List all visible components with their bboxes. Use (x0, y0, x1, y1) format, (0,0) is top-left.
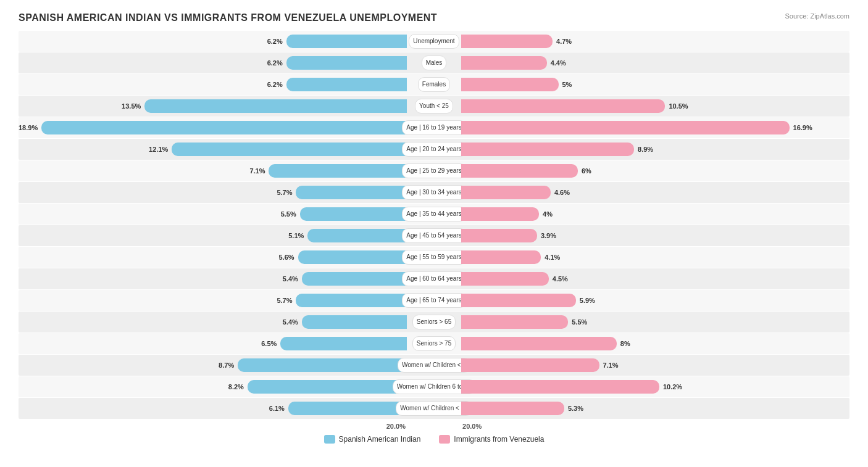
legend-label-left: Spanish American Indian (339, 435, 421, 444)
right-value-label: 5.9% (580, 297, 598, 304)
right-value-label: 4.7% (556, 38, 575, 45)
left-value-label: 5.4% (280, 275, 298, 283)
left-value-label: 6.2% (264, 81, 283, 88)
legend: Spanish American Indian Immigrants from … (19, 435, 849, 444)
center-label: Seniors > 65 (412, 315, 456, 329)
right-bar (461, 56, 546, 70)
chart-row: 5.6%Age | 55 to 59 years4.1% (19, 247, 849, 268)
chart-row: 5.1%Age | 45 to 54 years3.9% (19, 225, 849, 246)
right-bar (461, 315, 568, 329)
legend-box-right (439, 435, 450, 444)
left-value-label: 6.2% (264, 38, 283, 45)
right-bar (461, 35, 553, 48)
chart-row: 8.7%Women w/ Children < 67.1% (19, 355, 849, 376)
right-bar (461, 250, 541, 264)
left-value-label: 5.5% (278, 210, 296, 218)
left-bar (269, 164, 406, 178)
right-bar (461, 164, 578, 178)
left-bar (302, 272, 407, 286)
center-label: Age | 60 to 64 years (402, 271, 465, 286)
left-bar (286, 78, 407, 91)
left-value-label: 5.4% (280, 318, 298, 326)
chart-row: 12.1%Age | 20 to 24 years8.9% (19, 139, 849, 160)
right-value-label: 8.9% (638, 146, 656, 153)
center-label: Unemployment (409, 34, 459, 49)
right-bar (461, 78, 558, 91)
center-label: Youth < 25 (415, 99, 453, 114)
right-value-label: 3.9% (541, 232, 559, 239)
center-label: Females (418, 77, 450, 92)
chart-container: SPANISH AMERICAN INDIAN VS IMMIGRANTS FR… (0, 0, 868, 456)
right-value-label: 16.9% (793, 124, 812, 131)
left-value-label: 18.9% (19, 124, 38, 131)
left-bar (286, 35, 407, 48)
left-value-label: 7.1% (246, 167, 265, 175)
right-value-label: 4.5% (553, 275, 571, 283)
left-value-label: 13.5% (122, 102, 141, 110)
left-bar (307, 229, 406, 242)
right-bar (461, 207, 539, 221)
left-value-label: 6.1% (266, 405, 285, 412)
chart-row: 6.2%Unemployment4.7% (19, 31, 849, 52)
center-label: Age | 35 to 44 years (402, 207, 465, 221)
right-value-label: 5.3% (568, 405, 586, 412)
left-value-label: 6.2% (264, 59, 283, 67)
right-value-label: 6% (582, 167, 600, 175)
chart-row: 5.7%Age | 65 to 74 years5.9% (19, 290, 849, 311)
right-value-label: 5.5% (572, 318, 590, 326)
right-value-label: 4.4% (551, 59, 569, 67)
center-label: Age | 25 to 29 years (402, 163, 465, 178)
left-value-label: 5.6% (276, 254, 294, 261)
source-text: Source: ZipAtlas.com (785, 12, 849, 20)
chart-row: 5.5%Age | 35 to 44 years4% (19, 204, 849, 225)
left-bar (248, 380, 407, 394)
center-label: Age | 65 to 74 years (402, 293, 465, 308)
left-bar (298, 250, 407, 264)
chart-row: 6.5%Seniors > 758% (19, 333, 849, 354)
left-bar (41, 121, 407, 134)
right-value-label: 4% (543, 210, 561, 218)
right-bar (461, 294, 575, 307)
left-bar (288, 402, 407, 415)
left-bar (296, 294, 406, 307)
right-bar (461, 229, 537, 242)
left-value-label: 12.1% (149, 146, 168, 153)
center-label: Age | 55 to 59 years (402, 250, 465, 265)
legend-item-left: Spanish American Indian (324, 435, 421, 444)
chart-row: 6.1%Women w/ Children < 185.3% (19, 398, 849, 419)
right-bar (461, 272, 548, 286)
left-value-label: 5.7% (273, 297, 292, 304)
chart-row: 6.2%Males4.4% (19, 52, 849, 73)
chart-row: 7.1%Age | 25 to 29 years6% (19, 160, 849, 181)
chart-row: 13.5%Youth < 2510.5% (19, 96, 849, 117)
left-bar (300, 207, 407, 221)
right-value-label: 8% (620, 340, 639, 347)
left-bar (238, 358, 406, 372)
chart-row: 5.7%Age | 30 to 34 years4.6% (19, 182, 849, 203)
right-bar (461, 337, 616, 350)
center-label: Seniors > 75 (412, 336, 456, 351)
chart-area: 6.2%Unemployment4.7%6.2%Males4.4%6.2%Fem… (19, 31, 849, 419)
chart-row: 6.2%Females5% (19, 74, 849, 95)
left-bar (296, 186, 406, 199)
right-bar (461, 358, 599, 372)
chart-title: SPANISH AMERICAN INDIAN VS IMMIGRANTS FR… (19, 12, 437, 23)
left-value-label: 8.7% (215, 362, 234, 369)
axis-right: 20.0% (457, 423, 849, 430)
right-bar (461, 143, 634, 156)
axis-row: 20.0% 20.0% (19, 423, 849, 430)
legend-item-right: Immigrants from Venezuela (439, 435, 544, 444)
right-value-label: 4.1% (545, 254, 563, 261)
right-value-label: 10.2% (663, 383, 682, 391)
right-bar (461, 380, 659, 394)
right-value-label: 4.6% (554, 189, 573, 196)
legend-box-left (324, 435, 335, 444)
center-label: Males (422, 56, 447, 70)
left-value-label: 6.5% (258, 340, 277, 347)
chart-row: 5.4%Seniors > 655.5% (19, 312, 849, 333)
left-value-label: 8.2% (225, 383, 244, 391)
chart-row: 5.4%Age | 60 to 64 years4.5% (19, 268, 849, 289)
chart-row: 18.9%Age | 16 to 19 years16.9% (19, 117, 849, 138)
left-value-label: 5.7% (273, 189, 292, 196)
center-label: Age | 20 to 24 years (402, 142, 465, 157)
